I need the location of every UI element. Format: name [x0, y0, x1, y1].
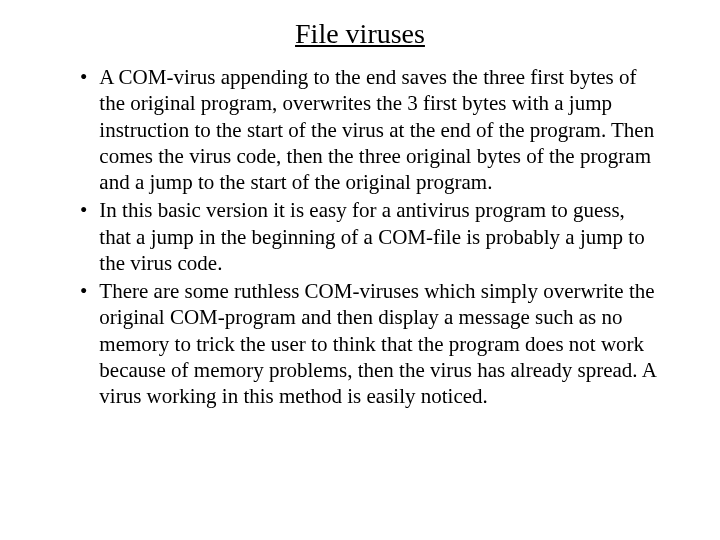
list-item: • In this basic version it is easy for a…: [80, 197, 660, 276]
bullet-text: A COM-virus appending to the end saves t…: [99, 64, 660, 195]
bullet-list: • A COM-virus appending to the end saves…: [60, 64, 660, 409]
bullet-text: In this basic version it is easy for a a…: [99, 197, 660, 276]
bullet-icon: •: [80, 197, 87, 276]
bullet-icon: •: [80, 64, 87, 195]
list-item: • A COM-virus appending to the end saves…: [80, 64, 660, 195]
page-title: File viruses: [60, 18, 660, 50]
list-item: • There are some ruthless COM-viruses wh…: [80, 278, 660, 409]
bullet-text: There are some ruthless COM-viruses whic…: [99, 278, 660, 409]
bullet-icon: •: [80, 278, 87, 409]
